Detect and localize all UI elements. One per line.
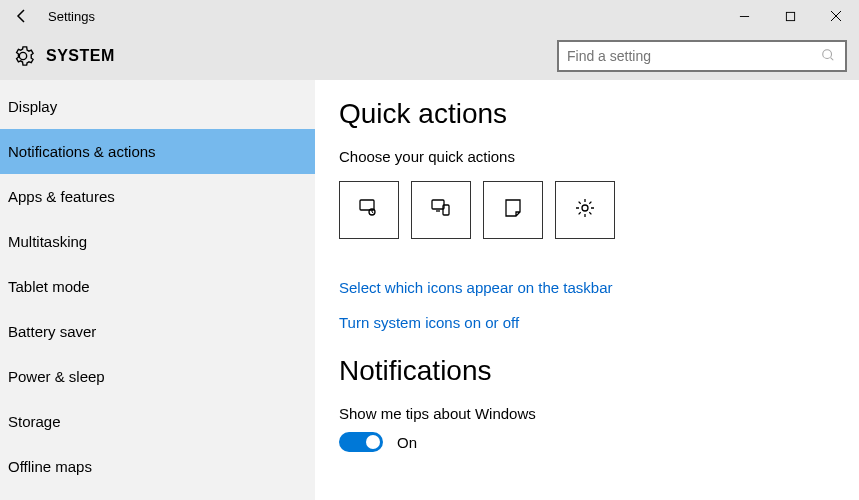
link-system-icons[interactable]: Turn system icons on or off [339,314,835,331]
quick-actions-title: Quick actions [339,98,835,130]
sidebar-item-apps[interactable]: Apps & features [0,174,315,219]
maximize-button[interactable] [767,0,813,32]
search-box[interactable] [557,40,847,72]
search-input[interactable] [567,48,821,64]
main-content: Quick actions Choose your quick actions [315,80,859,500]
sidebar-item-tablet-mode[interactable]: Tablet mode [0,264,315,309]
sidebar-item-notifications[interactable]: Notifications & actions [0,129,315,174]
link-taskbar-icons[interactable]: Select which icons appear on the taskbar [339,279,835,296]
gear-icon [12,45,34,67]
svg-rect-4 [432,200,444,209]
connect-icon [429,196,453,224]
settings-icon [573,196,597,224]
note-icon [501,196,525,224]
page-title: SYSTEM [46,47,115,65]
svg-point-1 [823,50,832,59]
sidebar-item-display[interactable]: Display [0,84,315,129]
tablet-mode-icon [357,196,381,224]
svg-point-6 [582,205,588,211]
quick-actions-caption: Choose your quick actions [339,148,835,165]
sidebar-item-offline-maps[interactable]: Offline maps [0,444,315,489]
sidebar-item-multitasking[interactable]: Multitasking [0,219,315,264]
window-title: Settings [48,9,95,24]
toggle-knob [366,435,380,449]
back-button[interactable] [12,6,32,26]
qa-tile-settings[interactable] [555,181,615,239]
qa-tile-connect[interactable] [411,181,471,239]
titlebar: Settings [0,0,859,32]
sidebar-item-battery-saver[interactable]: Battery saver [0,309,315,354]
tips-toggle[interactable] [339,432,383,452]
qa-tile-tablet-mode[interactable] [339,181,399,239]
svg-rect-0 [786,12,794,20]
sidebar: Display Notifications & actions Apps & f… [0,80,315,500]
tips-toggle-label: On [397,434,417,451]
qa-tile-note[interactable] [483,181,543,239]
sidebar-item-power-sleep[interactable]: Power & sleep [0,354,315,399]
sidebar-item-storage[interactable]: Storage [0,399,315,444]
quick-actions-grid [339,181,835,239]
header: SYSTEM [0,32,859,80]
close-button[interactable] [813,0,859,32]
minimize-button[interactable] [721,0,767,32]
search-icon [821,48,837,64]
notifications-title: Notifications [339,355,835,387]
tips-label: Show me tips about Windows [339,405,835,422]
